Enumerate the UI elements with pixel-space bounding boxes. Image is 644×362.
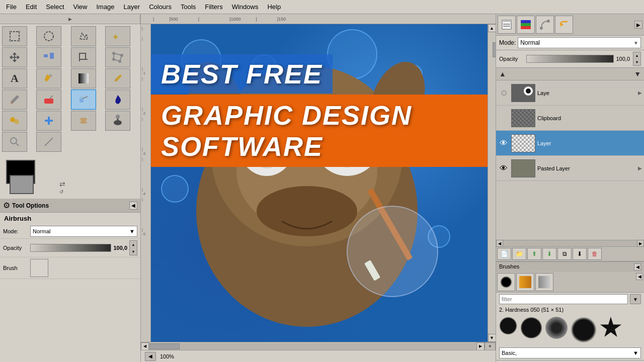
layer-mode-select[interactable]: Normal ▼ bbox=[518, 37, 641, 48]
brush-panel-collapse[interactable]: ◀ bbox=[634, 263, 641, 270]
tool-smudge[interactable] bbox=[71, 111, 96, 131]
tool-options-collapse[interactable]: ◀ bbox=[129, 202, 137, 210]
tool-free-select[interactable] bbox=[71, 26, 96, 46]
tool-crop[interactable] bbox=[71, 47, 96, 67]
tool-transform[interactable] bbox=[105, 47, 130, 67]
layer-hscroll[interactable]: ◀ ▶ bbox=[496, 240, 644, 247]
svg-point-44 bbox=[358, 129, 363, 135]
layer-item[interactable]: ⊙ Laye ▶ bbox=[496, 80, 644, 106]
duplicate-layer-btn[interactable]: ⧉ bbox=[557, 248, 572, 260]
tool-text[interactable]: A bbox=[2, 68, 27, 88]
tool-opacity-row: Opacity 100,0 ▲▼ bbox=[0, 239, 140, 257]
canvas-zoom-btn[interactable]: + bbox=[485, 342, 496, 350]
canvas-scrollbar-vertical[interactable]: ▲ ▼ bbox=[488, 24, 496, 342]
menu-edit[interactable]: Edit bbox=[22, 2, 41, 12]
brush-filter-dropdown[interactable]: ▼ bbox=[630, 294, 641, 304]
brush-hard-small[interactable] bbox=[499, 317, 517, 335]
menu-image[interactable]: Image bbox=[92, 2, 118, 12]
statusbar-toggle[interactable]: ◀ bbox=[145, 352, 156, 361]
layer-up-btn[interactable]: ⬆ bbox=[527, 248, 541, 260]
layer-item[interactable]: Clipboard bbox=[496, 106, 644, 131]
new-layer-btn[interactable]: 📄 bbox=[497, 248, 511, 260]
tool-move[interactable] bbox=[2, 47, 27, 67]
tool-ellipse-select[interactable] bbox=[36, 26, 61, 46]
tool-align[interactable] bbox=[36, 47, 61, 67]
tool-dodge[interactable] bbox=[105, 111, 130, 131]
layer-scroll-up-icon[interactable]: ▲ bbox=[498, 69, 507, 79]
menu-view[interactable]: View bbox=[69, 2, 92, 12]
menu-file[interactable]: File bbox=[2, 2, 21, 12]
rp-layers-icon[interactable] bbox=[517, 16, 535, 34]
canvas-scrollbar-horizontal[interactable]: ◀ ▶ + bbox=[141, 342, 496, 350]
tool-rect-select[interactable] bbox=[2, 26, 27, 46]
brush-preset-fade[interactable] bbox=[535, 273, 553, 291]
swap-colors-icon[interactable]: ⇄ bbox=[59, 180, 65, 188]
scroll-up-btn[interactable]: ▲ bbox=[488, 24, 496, 32]
layer-visibility-icon[interactable]: ⊙ bbox=[498, 87, 509, 99]
layer-actions: 📄 📁 ⬆ ⬇ ⧉ ⬇ 🗑 bbox=[496, 247, 644, 261]
layer-scroll-left[interactable]: ◀ bbox=[496, 240, 503, 247]
menu-layer[interactable]: Layer bbox=[120, 2, 144, 12]
brush-toolbar-collapse[interactable]: ◀ bbox=[636, 273, 643, 280]
brush-hard-medium[interactable] bbox=[520, 317, 542, 339]
tool-ink[interactable] bbox=[105, 89, 130, 110]
menu-colours[interactable]: Colours bbox=[145, 2, 176, 12]
delete-layer-btn[interactable]: 🗑 bbox=[588, 248, 602, 260]
scroll-thumb-v[interactable] bbox=[493, 42, 496, 57]
tool-mode-select[interactable]: Normal ▼ bbox=[30, 226, 137, 237]
brush-soft-medium[interactable] bbox=[545, 317, 568, 339]
menu-tools[interactable]: Tools bbox=[177, 2, 200, 12]
layer-visibility-icon[interactable]: 👁 bbox=[498, 163, 509, 174]
reset-colors-icon[interactable]: ↺ bbox=[59, 189, 65, 195]
tool-pencil[interactable] bbox=[105, 68, 130, 88]
tool-heal[interactable] bbox=[36, 111, 61, 131]
brush-mode-select[interactable]: Basic, ▼ bbox=[499, 347, 641, 358]
menu-select[interactable]: Select bbox=[42, 2, 68, 12]
canvas-viewport[interactable]: BEST FREE GRAPHIC DESIGN SOFTWARE bbox=[151, 24, 488, 342]
tool-measure[interactable] bbox=[36, 132, 61, 152]
brush-preset-circle[interactable] bbox=[497, 273, 515, 291]
tool-airbrush[interactable] bbox=[71, 89, 96, 110]
merge-layer-btn[interactable]: ⬇ bbox=[573, 248, 587, 260]
menu-windows[interactable]: Windows bbox=[228, 2, 263, 12]
tool-eraser[interactable] bbox=[36, 89, 61, 110]
rp-collapse-btn[interactable]: ▶ bbox=[634, 21, 642, 29]
tool-brush[interactable] bbox=[2, 89, 27, 110]
menu-filters[interactable]: Filters bbox=[201, 2, 226, 12]
scroll-right-btn[interactable]: ▶ bbox=[476, 342, 485, 350]
brush-preset-gradient[interactable] bbox=[516, 273, 534, 291]
tool-bucket-fill[interactable] bbox=[36, 68, 61, 88]
scroll-down-btn[interactable]: ▼ bbox=[488, 334, 496, 342]
opacity-spinner[interactable]: ▲▼ bbox=[633, 52, 641, 66]
svg-point-18 bbox=[79, 99, 84, 103]
tool-fuzzy-select[interactable]: ✦ bbox=[105, 26, 130, 46]
layer-opacity-slider[interactable] bbox=[526, 55, 614, 63]
opacity-slider[interactable] bbox=[30, 244, 111, 252]
rp-undo-icon[interactable] bbox=[555, 16, 573, 34]
layer-visibility-icon[interactable] bbox=[498, 113, 509, 124]
layer-hscroll-track[interactable] bbox=[503, 240, 637, 246]
tool-blend[interactable] bbox=[71, 68, 96, 88]
ruler-horizontal: | |500 | |1000 | |150 bbox=[141, 14, 496, 24]
scroll-track-h[interactable] bbox=[149, 343, 476, 350]
layer-scroll-right[interactable]: ▶ bbox=[637, 240, 644, 247]
layer-down-btn[interactable]: ⬇ bbox=[542, 248, 556, 260]
brush-star[interactable] bbox=[600, 317, 622, 339]
app-layout: ▶ ✦ bbox=[0, 14, 644, 362]
brush-hard-large[interactable] bbox=[571, 317, 597, 343]
scroll-thumb-h[interactable] bbox=[149, 343, 180, 349]
layer-item[interactable]: 👁 Pasted Layer ▶ bbox=[496, 156, 644, 181]
rp-paths-icon[interactable] bbox=[536, 16, 554, 34]
tool-zoom[interactable] bbox=[2, 132, 27, 152]
scroll-left-btn[interactable]: ◀ bbox=[141, 342, 149, 350]
background-color[interactable] bbox=[10, 175, 34, 194]
layer-visibility-icon[interactable]: 👁 bbox=[498, 138, 509, 149]
brush-filter-input[interactable] bbox=[499, 294, 628, 304]
open-layer-btn[interactable]: 📁 bbox=[512, 248, 526, 260]
layer-item-active[interactable]: 👁 Layer bbox=[496, 131, 644, 156]
rp-new-icon[interactable] bbox=[498, 16, 516, 34]
layer-scroll-down-icon[interactable]: ▼ bbox=[633, 69, 642, 79]
tool-clone[interactable] bbox=[2, 111, 27, 131]
opacity-stepper[interactable]: ▲▼ bbox=[129, 240, 137, 255]
menu-help[interactable]: Help bbox=[263, 2, 285, 12]
